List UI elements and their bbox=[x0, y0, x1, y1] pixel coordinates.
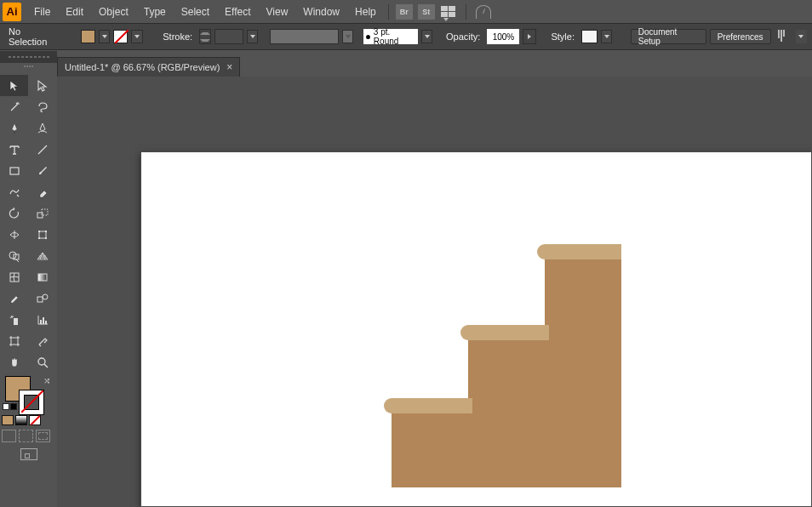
none-mode-icon[interactable] bbox=[29, 415, 41, 425]
eyedropper-tool[interactable] bbox=[0, 288, 28, 309]
stock-icon[interactable]: St bbox=[418, 4, 435, 20]
document-tab-title: Untitled-1* @ 66.67% (RGB/Preview) bbox=[65, 62, 220, 72]
bridge-icon[interactable]: Br bbox=[396, 4, 413, 20]
menu-select[interactable]: Select bbox=[174, 2, 217, 22]
tools-panel-grip[interactable] bbox=[0, 51, 57, 63]
stairs-artwork[interactable] bbox=[386, 244, 621, 487]
draw-behind-icon[interactable] bbox=[19, 430, 33, 442]
stroke-width-field[interactable] bbox=[214, 29, 243, 44]
blend-tool[interactable] bbox=[28, 288, 56, 309]
stair-riser-2[interactable] bbox=[468, 337, 549, 487]
stroke-width-dropdown[interactable] bbox=[247, 30, 258, 43]
graphic-style-swatch[interactable] bbox=[581, 30, 598, 43]
document-tab[interactable]: Untitled-1* @ 66.67% (RGB/Preview) × bbox=[57, 57, 240, 77]
svg-rect-19 bbox=[11, 338, 18, 345]
style-label[interactable]: Style: bbox=[551, 31, 575, 42]
magic-wand-tool[interactable] bbox=[0, 96, 28, 117]
color-mode-icon[interactable] bbox=[2, 415, 14, 425]
mesh-tool[interactable] bbox=[0, 266, 28, 288]
canvas-area[interactable] bbox=[57, 77, 812, 507]
stair-riser-3[interactable] bbox=[545, 256, 621, 487]
slice-tool[interactable] bbox=[28, 330, 56, 351]
eraser-tool[interactable] bbox=[28, 181, 56, 202]
gradient-tool[interactable] bbox=[28, 266, 56, 288]
svg-rect-12 bbox=[38, 274, 47, 281]
selection-status: No Selection bbox=[9, 26, 59, 47]
svg-rect-5 bbox=[38, 231, 40, 232]
stair-tread-2[interactable] bbox=[460, 325, 549, 340]
svg-rect-16 bbox=[40, 320, 42, 324]
opacity-popup[interactable] bbox=[523, 29, 535, 44]
stroke-indicator[interactable] bbox=[19, 390, 44, 415]
brush-dropdown[interactable] bbox=[421, 30, 432, 43]
artboard[interactable] bbox=[140, 151, 812, 507]
menu-type[interactable]: Type bbox=[136, 2, 174, 22]
gpu-performance-icon[interactable] bbox=[476, 5, 491, 19]
zoom-tool[interactable] bbox=[28, 351, 56, 373]
draw-normal-icon[interactable] bbox=[2, 430, 16, 442]
stroke-color-swatch[interactable] bbox=[113, 30, 128, 43]
stroke-label[interactable]: Stroke: bbox=[163, 31, 192, 42]
document-setup-button[interactable]: Document Setup bbox=[631, 29, 706, 44]
align-dropdown[interactable] bbox=[796, 30, 807, 43]
screen-mode-icon[interactable] bbox=[20, 448, 37, 460]
direct-selection-tool[interactable] bbox=[28, 75, 56, 96]
svg-rect-13 bbox=[37, 297, 43, 302]
menu-bar: Ai File Edit Object Type Select Effect V… bbox=[0, 0, 812, 23]
svg-point-9 bbox=[9, 252, 16, 259]
width-tool[interactable] bbox=[0, 224, 28, 245]
symbol-sprayer-tool[interactable] bbox=[0, 309, 28, 330]
menu-object[interactable]: Object bbox=[91, 2, 136, 22]
menu-file[interactable]: File bbox=[26, 2, 58, 22]
default-fill-stroke-icon[interactable] bbox=[3, 403, 17, 410]
menu-edit[interactable]: Edit bbox=[58, 2, 91, 22]
opacity-field[interactable]: 100% bbox=[487, 29, 519, 44]
opacity-label[interactable]: Opacity: bbox=[446, 31, 480, 42]
svg-rect-17 bbox=[43, 317, 44, 324]
stair-tread-1[interactable] bbox=[384, 398, 472, 413]
rectangle-tool[interactable] bbox=[0, 160, 28, 181]
separator bbox=[388, 4, 389, 20]
lasso-tool[interactable] bbox=[28, 96, 56, 117]
fill-dropdown[interactable] bbox=[99, 30, 110, 43]
line-segment-tool[interactable] bbox=[28, 139, 56, 160]
selection-tool[interactable] bbox=[0, 75, 28, 96]
gradient-mode-icon[interactable] bbox=[15, 415, 27, 425]
shape-builder-tool[interactable] bbox=[0, 245, 28, 266]
menu-help[interactable]: Help bbox=[347, 2, 384, 22]
perspective-grid-tool[interactable] bbox=[28, 245, 56, 266]
menu-view[interactable]: View bbox=[259, 2, 296, 22]
free-transform-tool[interactable] bbox=[28, 224, 56, 245]
artboard-tool[interactable] bbox=[0, 330, 28, 351]
menu-window[interactable]: Window bbox=[295, 2, 347, 22]
align-icon[interactable] bbox=[778, 30, 792, 43]
style-dropdown[interactable] bbox=[601, 30, 612, 43]
svg-rect-8 bbox=[45, 237, 47, 239]
fill-stroke-indicator[interactable]: ⤭ bbox=[0, 373, 57, 413]
rotate-tool[interactable] bbox=[0, 202, 28, 224]
brush-definition[interactable]: 3 pt. Round bbox=[363, 29, 418, 44]
draw-inside-icon[interactable] bbox=[36, 430, 50, 442]
fill-color-swatch[interactable] bbox=[81, 30, 95, 43]
stroke-width-stepper[interactable] bbox=[199, 29, 210, 44]
pen-tool[interactable] bbox=[0, 117, 28, 139]
preferences-button[interactable]: Preferences bbox=[710, 29, 771, 44]
color-mode-row bbox=[0, 413, 57, 427]
variable-width-dropdown[interactable] bbox=[342, 30, 353, 43]
svg-rect-4 bbox=[39, 231, 46, 238]
stroke-dropdown[interactable] bbox=[131, 30, 142, 43]
stair-tread-3[interactable] bbox=[537, 244, 621, 259]
hand-tool[interactable] bbox=[0, 351, 28, 373]
stair-riser-1[interactable] bbox=[392, 410, 472, 487]
paintbrush-tool[interactable] bbox=[28, 160, 56, 181]
swap-fill-stroke-icon[interactable]: ⤭ bbox=[43, 376, 50, 385]
menu-effect[interactable]: Effect bbox=[217, 2, 258, 22]
shaper-tool[interactable] bbox=[0, 181, 28, 202]
variable-width-profile[interactable] bbox=[270, 29, 339, 44]
type-tool[interactable] bbox=[0, 139, 28, 160]
column-graph-tool[interactable] bbox=[28, 309, 56, 330]
scale-tool[interactable] bbox=[28, 202, 56, 224]
arrange-documents-icon[interactable] bbox=[441, 6, 458, 18]
curvature-tool[interactable] bbox=[28, 117, 56, 139]
close-tab-icon[interactable]: × bbox=[226, 61, 232, 73]
